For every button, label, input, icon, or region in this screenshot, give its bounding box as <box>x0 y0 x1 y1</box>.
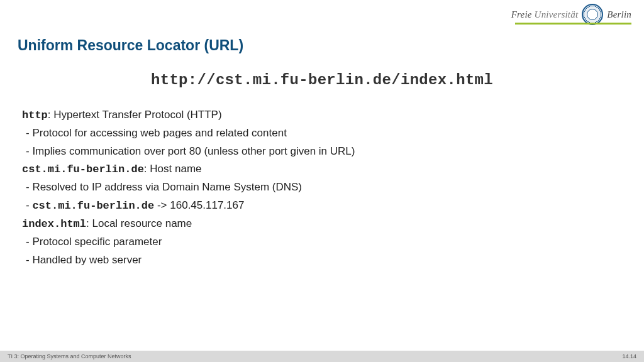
bullet: Protocol for accessing web pages and rel… <box>22 125 613 141</box>
term-line: cst.mi.fu-berlin.de: Host name <box>22 161 613 178</box>
logo-word-1: Freie <box>511 9 532 19</box>
bullet: Handled by web server <box>22 252 613 268</box>
footer: TI 3: Operating Systems and Computer Net… <box>0 351 644 362</box>
bullet-mono: - cst.mi.fu-berlin.de -> 160.45.117.167 <box>22 197 613 214</box>
host-ip: -> 160.45.117.167 <box>154 199 244 211</box>
host-mono: cst.mi.fu-berlin.de <box>32 200 154 212</box>
logo-text-2: Berlin <box>607 9 631 20</box>
bullet: Resolved to IP address via Domain Name S… <box>22 179 613 195</box>
term-host-desc: : Host name <box>144 163 202 175</box>
footer-right: 14.14 <box>622 353 636 359</box>
term-http: http <box>22 109 48 121</box>
footer-left: TI 3: Operating Systems and Computer Net… <box>8 353 131 359</box>
header: Freie Universität Berlin <box>0 0 644 30</box>
seal-icon <box>582 4 603 25</box>
logo-word-2: Universität <box>535 9 579 19</box>
logo-word-3: Berlin <box>607 9 631 19</box>
slide-title: Uniform Resource Locator (URL) <box>18 37 243 54</box>
university-logo: Freie Universität Berlin <box>511 4 631 25</box>
bullet: Protocol specific parameter <box>22 234 613 250</box>
term-host: cst.mi.fu-berlin.de <box>22 163 144 175</box>
logo-text: Freie Universität <box>511 9 579 20</box>
term-index-desc: : Local resource name <box>86 217 192 229</box>
term-line: http: Hypertext Transfer Protocol (HTTP) <box>22 107 613 124</box>
body-content: http: Hypertext Transfer Protocol (HTTP)… <box>22 107 613 270</box>
logo-underline <box>515 23 631 25</box>
slide: Freie Universität Berlin Uniform Resourc… <box>0 0 644 362</box>
term-index: index.html <box>22 218 86 230</box>
term-line: index.html: Local resource name <box>22 216 613 233</box>
bullet: Implies communication over port 80 (unle… <box>22 143 613 160</box>
example-url: http://cst.mi.fu-berlin.de/index.html <box>0 72 644 89</box>
term-http-desc: : Hypertext Transfer Protocol (HTTP) <box>48 109 222 121</box>
